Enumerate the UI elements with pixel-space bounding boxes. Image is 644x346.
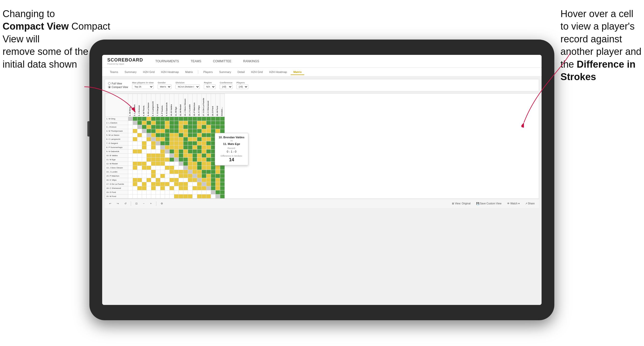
- matrix-cell[interactable]: [147, 141, 151, 145]
- matrix-cell[interactable]: [165, 186, 170, 190]
- division-select[interactable]: NCAA Division I: [175, 84, 200, 89]
- matrix-cell[interactable]: [137, 158, 142, 162]
- matrix-cell[interactable]: [160, 121, 165, 125]
- matrix-cell[interactable]: [133, 186, 137, 190]
- matrix-cell[interactable]: [202, 186, 206, 190]
- matrix-cell[interactable]: [174, 190, 179, 194]
- matrix-cell[interactable]: [156, 121, 160, 125]
- nav-teams[interactable]: TEAMS: [189, 58, 203, 64]
- matrix-cell[interactable]: [193, 178, 197, 182]
- matrix-cell[interactable]: [193, 150, 197, 154]
- matrix-cell[interactable]: [206, 141, 211, 145]
- matrix-cell[interactable]: [156, 162, 160, 166]
- matrix-cell[interactable]: [142, 150, 147, 154]
- matrix-cell[interactable]: [197, 150, 202, 154]
- matrix-cell[interactable]: [216, 166, 220, 170]
- matrix-cell[interactable]: [133, 162, 137, 166]
- matrix-cell[interactable]: [202, 158, 206, 162]
- matrix-cell[interactable]: [170, 194, 174, 199]
- matrix-cell[interactable]: [174, 145, 179, 150]
- matrix-cell[interactable]: [142, 133, 147, 137]
- matrix-cell[interactable]: [156, 182, 160, 186]
- matrix-cell[interactable]: [211, 186, 216, 190]
- matrix-cell[interactable]: [165, 174, 170, 178]
- matrix-cell[interactable]: [151, 150, 156, 154]
- matrix-cell[interactable]: [133, 190, 137, 194]
- matrix-cell[interactable]: [147, 133, 151, 137]
- matrix-cell[interactable]: [211, 190, 216, 194]
- matrix-cell[interactable]: [211, 125, 216, 129]
- matrix-cell[interactable]: [174, 154, 179, 158]
- matrix-cell[interactable]: [174, 178, 179, 182]
- matrix-cell[interactable]: [170, 141, 174, 145]
- matrix-cell[interactable]: [142, 170, 147, 174]
- matrix-cell[interactable]: [174, 141, 179, 145]
- matrix-cell[interactable]: [193, 158, 197, 162]
- matrix-cell[interactable]: [188, 141, 193, 145]
- matrix-cell[interactable]: [179, 117, 183, 121]
- matrix-cell[interactable]: [128, 129, 133, 133]
- zoom-fit-button[interactable]: ⊡: [134, 201, 139, 206]
- matrix-cell[interactable]: [170, 162, 174, 166]
- matrix-cell[interactable]: [151, 170, 156, 174]
- matrix-cell[interactable]: [156, 117, 160, 121]
- matrix-cell[interactable]: [174, 194, 179, 199]
- matrix-cell[interactable]: [202, 150, 206, 154]
- matrix-cell[interactable]: [220, 117, 225, 121]
- matrix-cell[interactable]: [133, 158, 137, 162]
- matrix-cell[interactable]: [206, 194, 211, 199]
- matrix-cell[interactable]: [170, 154, 174, 158]
- matrix-cell[interactable]: [202, 166, 206, 170]
- matrix-cell[interactable]: [160, 178, 165, 182]
- matrix-cell[interactable]: [197, 137, 202, 141]
- matrix-cell[interactable]: [170, 117, 174, 121]
- matrix-cell[interactable]: [188, 150, 193, 154]
- matrix-cell[interactable]: [179, 170, 183, 174]
- matrix-cell[interactable]: [197, 129, 202, 133]
- matrix-cell[interactable]: [206, 162, 211, 166]
- matrix-cell[interactable]: [179, 150, 183, 154]
- matrix-cell[interactable]: [193, 166, 197, 170]
- watch-button[interactable]: 👁 Watch ▾: [505, 201, 521, 206]
- matrix-cell[interactable]: [183, 174, 188, 178]
- matrix-cell[interactable]: [147, 121, 151, 125]
- matrix-cell[interactable]: [165, 162, 170, 166]
- matrix-cell[interactable]: [206, 166, 211, 170]
- matrix-cell[interactable]: [179, 145, 183, 150]
- matrix-cell[interactable]: [193, 137, 197, 141]
- matrix-cell[interactable]: [165, 141, 170, 145]
- matrix-cell[interactable]: [165, 137, 170, 141]
- tab-h2h-grid[interactable]: H2H Grid: [140, 69, 157, 75]
- matrix-cell[interactable]: [142, 174, 147, 178]
- matrix-cell[interactable]: [142, 190, 147, 194]
- matrix-cell[interactable]: [128, 166, 133, 170]
- matrix-cell[interactable]: [197, 194, 202, 199]
- matrix-cell[interactable]: [202, 162, 206, 166]
- matrix-cell[interactable]: [160, 141, 165, 145]
- matrix-cell[interactable]: [202, 178, 206, 182]
- matrix-cell[interactable]: [128, 154, 133, 158]
- settings-button[interactable]: ⚙: [159, 201, 165, 206]
- matrix-cell[interactable]: [151, 129, 156, 133]
- matrix-cell[interactable]: [151, 141, 156, 145]
- matrix-cell[interactable]: [197, 186, 202, 190]
- matrix-cell[interactable]: [216, 174, 220, 178]
- reset-button[interactable]: ↺: [123, 201, 128, 206]
- matrix-cell[interactable]: [193, 125, 197, 129]
- matrix-cell[interactable]: [165, 182, 170, 186]
- matrix-cell[interactable]: [193, 162, 197, 166]
- matrix-cell[interactable]: [206, 186, 211, 190]
- matrix-cell[interactable]: [160, 117, 165, 121]
- matrix-cell[interactable]: [128, 194, 133, 199]
- matrix-cell[interactable]: [156, 150, 160, 154]
- matrix-cell[interactable]: [174, 174, 179, 178]
- matrix-cell[interactable]: [165, 125, 170, 129]
- matrix-cell[interactable]: [183, 154, 188, 158]
- matrix-cell[interactable]: [206, 129, 211, 133]
- matrix-cell[interactable]: [174, 133, 179, 137]
- matrix-cell[interactable]: [202, 129, 206, 133]
- matrix-cell[interactable]: [165, 158, 170, 162]
- matrix-cell[interactable]: [174, 150, 179, 154]
- matrix-cell[interactable]: [183, 190, 188, 194]
- matrix-cell[interactable]: [160, 186, 165, 190]
